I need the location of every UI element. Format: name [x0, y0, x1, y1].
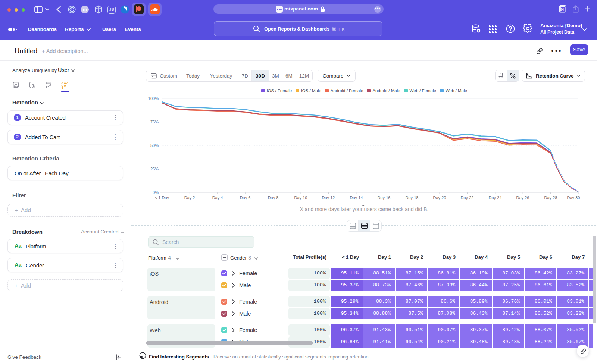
svg-text:N: N — [560, 7, 564, 12]
